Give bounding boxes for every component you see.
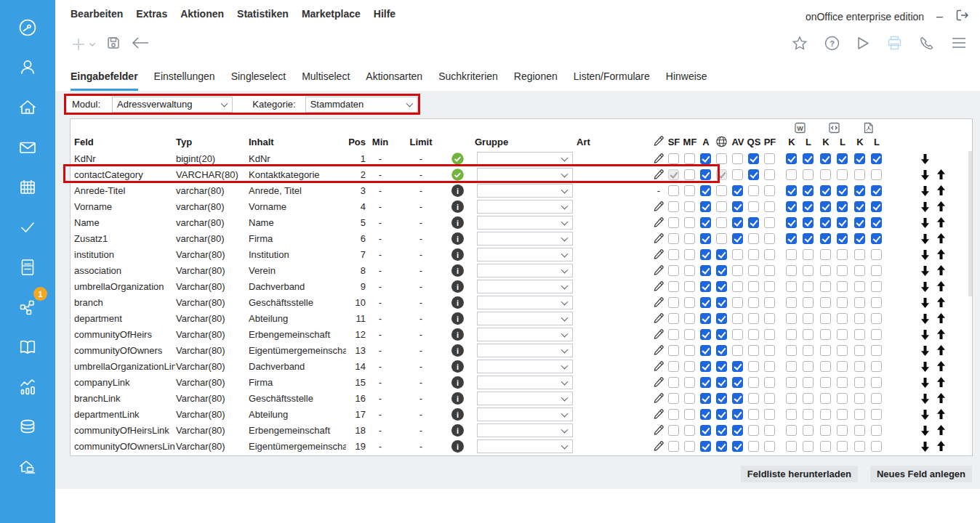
checkbox-a[interactable] bbox=[700, 329, 711, 340]
status-ok-icon[interactable] bbox=[451, 153, 464, 165]
checkbox-globe[interactable] bbox=[716, 265, 727, 276]
checkbox-l[interactable] bbox=[871, 329, 882, 340]
checkbox-sf[interactable] bbox=[668, 169, 679, 180]
menu-item-extras[interactable]: Extras bbox=[136, 8, 167, 20]
tab-hinweise[interactable]: Hinweise bbox=[666, 70, 707, 91]
checkbox-av[interactable] bbox=[732, 201, 743, 212]
move-down-icon[interactable] bbox=[921, 201, 929, 212]
checkbox-k[interactable] bbox=[820, 393, 831, 404]
checkbox-k[interactable] bbox=[786, 377, 797, 388]
edit-pencil-icon[interactable] bbox=[653, 408, 664, 420]
checkbox-pf[interactable] bbox=[764, 265, 775, 276]
move-up-icon[interactable] bbox=[937, 345, 945, 356]
move-up-icon[interactable] bbox=[937, 361, 945, 372]
checkbox-l[interactable] bbox=[837, 441, 848, 452]
status-info-icon[interactable]: i bbox=[451, 328, 464, 341]
checkbox-mf[interactable] bbox=[684, 233, 695, 244]
checkbox-globe[interactable] bbox=[716, 201, 727, 212]
checkbox-globe[interactable] bbox=[716, 345, 727, 356]
help-icon[interactable]: ? bbox=[824, 36, 840, 54]
checkbox-l[interactable] bbox=[837, 313, 848, 324]
checkbox-l[interactable] bbox=[871, 297, 882, 308]
checkbox-l[interactable] bbox=[803, 281, 814, 292]
menu-item-statistiken[interactable]: Statistiken bbox=[237, 8, 289, 20]
checkbox-l[interactable] bbox=[837, 185, 848, 196]
checkbox-mf[interactable] bbox=[684, 249, 695, 260]
checkbox-av[interactable] bbox=[732, 249, 743, 260]
checkbox-sf[interactable] bbox=[668, 249, 679, 260]
gruppe-select[interactable] bbox=[477, 168, 573, 182]
checkbox-k[interactable] bbox=[854, 249, 865, 260]
status-ok-icon[interactable] bbox=[451, 169, 464, 181]
move-up-icon[interactable] bbox=[937, 185, 945, 196]
checkbox-k[interactable] bbox=[854, 217, 865, 228]
move-down-icon[interactable] bbox=[921, 185, 929, 196]
checkbox-pf[interactable] bbox=[764, 297, 775, 308]
checkbox-l[interactable] bbox=[803, 233, 814, 244]
checkbox-av[interactable] bbox=[732, 233, 743, 244]
move-down-icon[interactable] bbox=[921, 361, 929, 372]
checkbox-qs[interactable] bbox=[748, 297, 759, 308]
checkbox-av[interactable] bbox=[732, 393, 743, 404]
checkbox-mf[interactable] bbox=[684, 313, 695, 324]
checkbox-k[interactable] bbox=[854, 153, 865, 164]
checkbox-k[interactable] bbox=[820, 425, 831, 436]
tab-regionen[interactable]: Regionen bbox=[514, 70, 558, 91]
checkbox-av[interactable] bbox=[732, 329, 743, 340]
move-up-icon[interactable] bbox=[937, 169, 945, 180]
checkbox-l[interactable] bbox=[837, 425, 848, 436]
checkbox-a[interactable] bbox=[700, 345, 711, 356]
gruppe-select[interactable] bbox=[477, 216, 573, 230]
status-info-icon[interactable]: i bbox=[451, 280, 464, 293]
checkbox-k[interactable] bbox=[820, 377, 831, 388]
tasks-icon[interactable] bbox=[17, 216, 39, 238]
checkbox-mf[interactable] bbox=[684, 201, 695, 212]
checkbox-l[interactable] bbox=[837, 169, 848, 180]
checkbox-sf[interactable] bbox=[668, 313, 679, 324]
checkbox-l[interactable] bbox=[803, 345, 814, 356]
checkbox-k[interactable] bbox=[820, 345, 831, 356]
edit-pencil-icon[interactable] bbox=[653, 360, 664, 372]
checkbox-k[interactable] bbox=[854, 441, 865, 452]
checkbox-qs[interactable] bbox=[748, 169, 759, 180]
checkbox-pf[interactable] bbox=[764, 345, 775, 356]
checkbox-l[interactable] bbox=[803, 297, 814, 308]
checkbox-globe[interactable] bbox=[716, 409, 727, 420]
checkbox-k[interactable] bbox=[786, 441, 797, 452]
edit-pencil-icon[interactable] bbox=[653, 153, 664, 164]
checkbox-k[interactable] bbox=[820, 249, 831, 260]
network-icon[interactable] bbox=[17, 296, 39, 318]
checkbox-a[interactable] bbox=[700, 265, 711, 276]
checkbox-av[interactable] bbox=[732, 425, 743, 436]
menu-item-aktionen[interactable]: Aktionen bbox=[180, 8, 224, 20]
checkbox-l[interactable] bbox=[837, 201, 848, 212]
edit-pencil-icon[interactable] bbox=[653, 312, 664, 324]
checkbox-a[interactable] bbox=[700, 441, 711, 452]
edit-pencil-icon[interactable] bbox=[653, 376, 664, 388]
checkbox-qs[interactable] bbox=[748, 393, 759, 404]
checkbox-k[interactable] bbox=[854, 265, 865, 276]
checkbox-l[interactable] bbox=[871, 425, 882, 436]
checkbox-qs[interactable] bbox=[748, 249, 759, 260]
homeoffice-icon[interactable] bbox=[17, 456, 39, 478]
checkbox-mf[interactable] bbox=[684, 425, 695, 436]
tab-aktionsarten[interactable]: Aktionsarten bbox=[366, 70, 422, 91]
edit-pencil-icon[interactable] bbox=[653, 216, 664, 228]
checkbox-k[interactable] bbox=[854, 281, 865, 292]
checkbox-av[interactable] bbox=[732, 361, 743, 372]
checkbox-l[interactable] bbox=[837, 345, 848, 356]
checkbox-l[interactable] bbox=[837, 329, 848, 340]
move-up-icon[interactable] bbox=[937, 233, 945, 244]
checkbox-a[interactable] bbox=[700, 313, 711, 324]
checkbox-l[interactable] bbox=[837, 409, 848, 420]
checkbox-l[interactable] bbox=[871, 217, 882, 228]
checkbox-k[interactable] bbox=[786, 361, 797, 372]
checkbox-globe[interactable] bbox=[716, 185, 727, 196]
checkbox-av[interactable] bbox=[732, 185, 743, 196]
checkbox-k[interactable] bbox=[854, 393, 865, 404]
checkbox-globe[interactable] bbox=[716, 329, 727, 340]
checkbox-av[interactable] bbox=[732, 409, 743, 420]
checkbox-mf[interactable] bbox=[684, 409, 695, 420]
checkbox-mf[interactable] bbox=[684, 217, 695, 228]
dashboard-icon[interactable] bbox=[17, 17, 39, 38]
